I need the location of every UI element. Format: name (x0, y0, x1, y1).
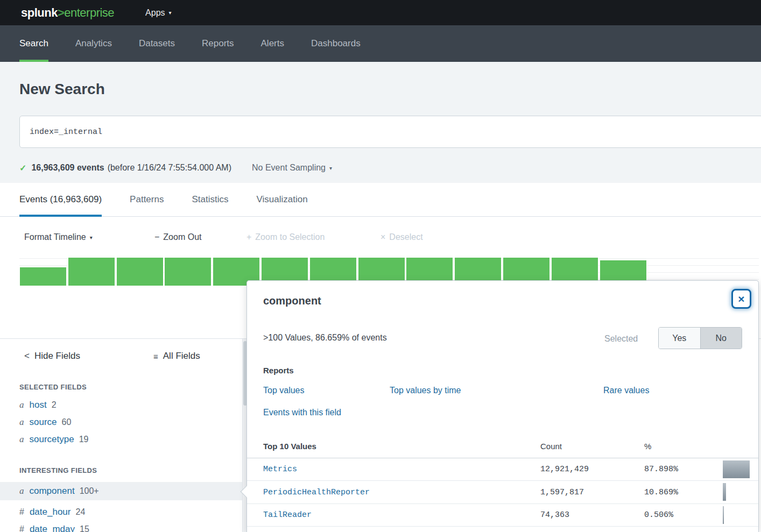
field-item-date-hour[interactable]: #date_hour24 (0, 503, 243, 520)
field-type-icon: # (19, 507, 24, 516)
nav-item-datasets[interactable]: Datasets (139, 25, 175, 62)
no-button[interactable]: No (701, 328, 742, 349)
field-item-date-mday[interactable]: #date_mday15 (0, 521, 243, 532)
search-input[interactable]: index=_internal (19, 116, 761, 148)
field-name: date_hour (30, 507, 71, 517)
app-navbar: Search Analytics Datasets Reports Alerts… (0, 25, 761, 62)
field-name: component (30, 486, 75, 496)
field-type-icon: a (19, 486, 24, 496)
x-icon: × (380, 232, 385, 242)
link-top-values-by-time[interactable]: Top values by time (390, 386, 461, 395)
field-name: date_mday (30, 524, 75, 532)
field-item-sourcetype[interactable]: asourcetype19 (0, 431, 243, 448)
logo-splunk: splunk (21, 6, 58, 19)
minus-icon: − (154, 232, 159, 242)
deselect-button: × Deselect (380, 232, 423, 242)
page-title: New Search (19, 81, 105, 98)
timeline-bar[interactable] (68, 258, 115, 286)
chevron-down-icon: ▾ (169, 10, 172, 16)
apps-label: Apps (145, 8, 165, 18)
tab-patterns[interactable]: Patterns (130, 183, 164, 216)
link-events-with-field[interactable]: Events with this field (263, 408, 341, 417)
nav-item-dashboards[interactable]: Dashboards (311, 25, 361, 62)
field-item-host[interactable]: ahost2 (0, 396, 243, 413)
count-cell: 12,921,429 (540, 458, 589, 480)
link-top-values[interactable]: Top values (263, 386, 305, 395)
yes-button[interactable]: Yes (659, 328, 701, 349)
field-type-icon: a (19, 434, 24, 444)
percent-cell: 87.898% (644, 458, 678, 480)
field-name: sourcetype (30, 434, 74, 444)
topbar: splunk>enterprise Apps ▾ (0, 0, 761, 25)
selected-toggle-label: Selected (604, 334, 638, 344)
apps-menu[interactable]: Apps ▾ (145, 8, 172, 18)
events-count: 16,963,609 events (31, 163, 104, 173)
column-header-count: Count (540, 442, 562, 451)
value-link[interactable]: TailReader (263, 504, 312, 526)
field-item-source[interactable]: asource60 (0, 414, 243, 430)
table-row: PeriodicHealthReporter 1,597,817 10.869% (247, 481, 758, 504)
nav-item-analytics[interactable]: Analytics (75, 25, 112, 62)
zoom-to-selection-label: Zoom to Selection (255, 232, 325, 242)
tab-statistics[interactable]: Statistics (192, 183, 228, 216)
field-name: host (30, 400, 47, 410)
field-count: 15 (80, 524, 89, 532)
timeline-bar[interactable] (19, 267, 67, 286)
plus-icon: + (246, 232, 251, 242)
value-link[interactable]: PeriodicHealthReporter (263, 481, 370, 503)
format-timeline-label: Format Timeline (24, 232, 86, 242)
percent-bar (723, 483, 726, 501)
field-item-component[interactable]: acomponent100+ (0, 482, 243, 500)
search-query-text: index=_internal (30, 127, 102, 137)
column-header-values: Top 10 Values (263, 442, 316, 451)
count-cell: 74,363 (540, 504, 569, 526)
nav-item-reports[interactable]: Reports (202, 25, 234, 62)
field-count: 100+ (80, 486, 99, 495)
nav-item-alerts[interactable]: Alerts (261, 25, 284, 62)
popup-title: component (263, 295, 321, 307)
percent-bar (723, 506, 724, 524)
result-summary: ✓ 16,963,609 events (before 1/16/24 7:55… (19, 161, 332, 175)
field-count: 2 (52, 400, 57, 409)
field-type-icon: a (19, 417, 24, 427)
table-row: Metrics 12,921,429 87.898% (247, 458, 758, 481)
chevron-down-icon: ▾ (329, 165, 332, 171)
value-link[interactable]: Metrics (263, 458, 297, 480)
format-timeline-dropdown[interactable]: Format Timeline ▾ (24, 232, 93, 242)
percent-cell: 10.869% (644, 481, 678, 503)
field-name: source (30, 417, 57, 427)
nav-item-search[interactable]: Search (19, 25, 48, 62)
field-count: 24 (75, 507, 85, 516)
field-stats-summary: >100 Values, 86.659% of events (263, 333, 387, 343)
timeline-bar[interactable] (116, 258, 164, 286)
check-icon: ✓ (19, 163, 26, 173)
fields-sidebar: < Hide Fields ≡ All Fields SELECTED FIEL… (0, 339, 243, 532)
link-rare-values[interactable]: Rare values (603, 386, 649, 395)
count-cell: 1,597,817 (540, 481, 584, 503)
splunk-logo: splunk>enterprise (21, 6, 114, 20)
timeline-bar[interactable] (164, 258, 212, 286)
percent-bar (723, 460, 750, 478)
reports-heading: Reports (263, 366, 294, 375)
field-count: 19 (79, 435, 89, 444)
zoom-to-selection-button: + Zoom to Selection (246, 232, 325, 242)
table-row: TailReader 74,363 0.506% (247, 504, 758, 527)
close-button[interactable]: × (731, 289, 751, 309)
selected-toggle: Yes No (658, 327, 742, 349)
interesting-fields-heading: INTERESTING FIELDS (19, 466, 97, 474)
hide-fields-button[interactable]: < Hide Fields (24, 351, 80, 361)
result-tabs: Events (16,963,609) Patterns Statistics … (0, 183, 761, 217)
all-fields-button[interactable]: ≡ All Fields (153, 351, 200, 361)
tab-visualization[interactable]: Visualization (256, 183, 307, 216)
selected-fields-heading: SELECTED FIELDS (19, 383, 87, 391)
chevron-left-icon: < (24, 351, 30, 361)
tab-events[interactable]: Events (16,963,609) (19, 183, 102, 216)
column-header-percent: % (644, 442, 651, 451)
zoom-out-button[interactable]: − Zoom Out (154, 232, 201, 242)
percent-cell: 0.506% (644, 504, 673, 526)
timeline-controls: Format Timeline ▾ − Zoom Out + Zoom to S… (0, 229, 761, 247)
chevron-down-icon: ▾ (90, 235, 93, 240)
field-type-icon: # (19, 524, 24, 532)
event-sampling-dropdown[interactable]: No Event Sampling ▾ (252, 163, 332, 173)
close-icon: × (738, 293, 744, 306)
